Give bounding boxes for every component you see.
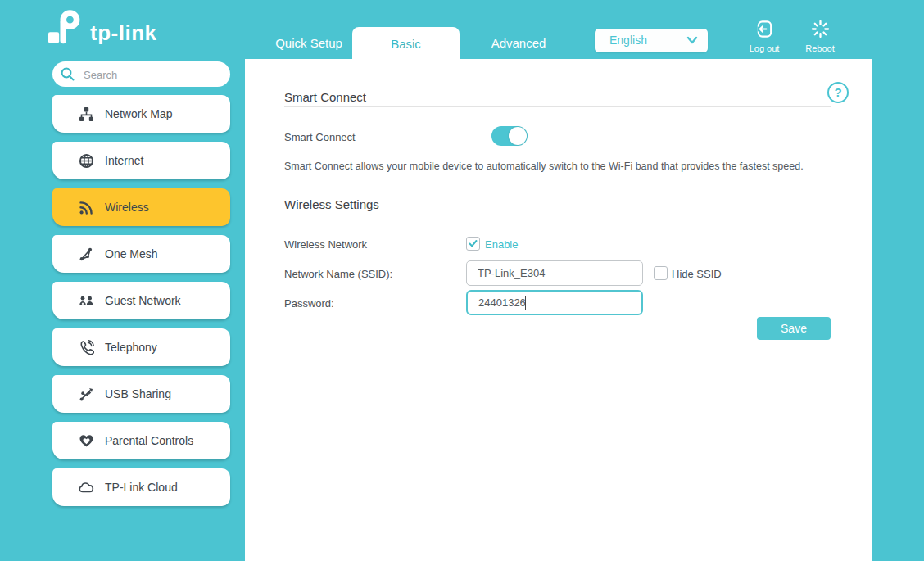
sidebar-item-label: Telephony — [105, 341, 157, 354]
network-map-icon — [79, 106, 94, 122]
router-admin-page: tp-link Quick Setup Basic Advanced Engli… — [0, 0, 924, 561]
sidebar-item-label: One Mesh — [105, 247, 158, 260]
save-button[interactable]: Save — [757, 317, 831, 340]
ssid-label: Network Name (SSID): — [284, 268, 392, 280]
sidebar-item-label: Guest Network — [105, 294, 181, 307]
reboot-icon — [811, 20, 830, 38]
smart-connect-heading: Smart Connect — [284, 90, 366, 104]
tp-link-wordmark: tp-link — [90, 20, 157, 46]
password-input[interactable] — [466, 290, 643, 315]
language-select[interactable]: English — [595, 29, 708, 52]
sidebar-item-telephony[interactable]: Telephony — [52, 328, 230, 366]
text-caret — [525, 296, 526, 310]
help-icon[interactable]: ? — [827, 82, 849, 103]
main-content-panel: ? Smart Connect Smart Connect Smart Conn… — [245, 59, 872, 561]
sidebar-item-label: Network Map — [105, 107, 172, 120]
sidebar-item-network-map[interactable]: Network Map — [52, 95, 230, 133]
sidebar-item-internet[interactable]: Internet — [52, 142, 230, 179]
sidebar-item-one-mesh[interactable]: One Mesh — [52, 235, 230, 273]
toggle-knob — [509, 127, 527, 145]
sidebar-item-wireless[interactable]: Wireless — [52, 188, 230, 226]
telephony-icon — [79, 340, 94, 355]
sidebar-item-label: Internet — [105, 154, 143, 167]
sidebar-item-parental-controls[interactable]: Parental Controls — [52, 422, 230, 459]
globe-icon — [79, 153, 94, 169]
password-label: Password: — [284, 297, 334, 310]
logout-label: Log out — [739, 43, 790, 53]
sidebar-item-label: Wireless — [105, 201, 149, 214]
enable-checkbox[interactable] — [466, 237, 480, 251]
password-field-wrap — [466, 290, 643, 315]
tab-advanced[interactable]: Advanced — [473, 36, 564, 50]
sidebar-search — [52, 61, 230, 87]
hide-ssid-label: Hide SSID — [672, 268, 722, 280]
checkmark-icon — [469, 239, 478, 248]
wireless-settings-heading: Wireless Settings — [284, 197, 379, 211]
sidebar-item-label: TP-Link Cloud — [105, 481, 178, 494]
smart-connect-description: Smart Connect allows your mobile device … — [284, 161, 804, 172]
usb-icon — [79, 387, 94, 402]
sidebar-item-label: USB Sharing — [105, 387, 171, 400]
smart-connect-toggle[interactable] — [491, 126, 528, 146]
logout-icon — [755, 20, 774, 38]
guest-network-icon — [79, 293, 94, 309]
sidebar-item-tp-link-cloud[interactable]: TP-Link Cloud — [52, 468, 230, 506]
tab-basic[interactable]: Basic — [352, 27, 460, 59]
parental-controls-icon — [79, 433, 94, 449]
reboot-label: Reboot — [795, 43, 845, 53]
ssid-input[interactable] — [466, 260, 643, 286]
sidebar-item-guest-network[interactable]: Guest Network — [52, 282, 230, 319]
divider — [284, 106, 831, 107]
chevron-down-icon — [686, 36, 698, 44]
cloud-icon — [79, 480, 94, 495]
sidebar-item-usb-sharing[interactable]: USB Sharing — [52, 375, 230, 413]
tp-link-logo: tp-link — [48, 7, 157, 47]
wireless-network-label: Wireless Network — [284, 238, 367, 251]
tp-link-logo-icon — [48, 7, 85, 47]
hide-ssid-checkbox[interactable] — [654, 266, 668, 280]
language-selected-value: English — [609, 29, 647, 52]
mesh-icon — [79, 247, 94, 262]
reboot-button[interactable]: Reboot — [795, 20, 845, 53]
divider — [284, 215, 831, 215]
wifi-icon — [79, 200, 94, 215]
logout-button[interactable]: Log out — [739, 20, 790, 53]
enable-label: Enable — [485, 238, 518, 251]
search-icon — [60, 66, 75, 82]
sidebar-item-label: Parental Controls — [105, 434, 193, 447]
tab-quick-setup[interactable]: Quick Setup — [251, 36, 366, 50]
smart-connect-label: Smart Connect — [284, 131, 356, 143]
search-input[interactable] — [82, 62, 224, 87]
